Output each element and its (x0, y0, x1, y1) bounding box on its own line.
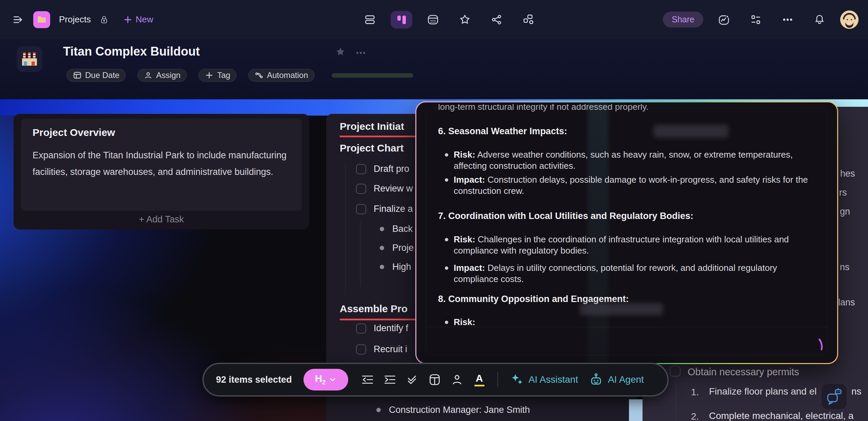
automation-label: Automation (267, 71, 308, 80)
impact-bullet: Impact: Construction delays, possible da… (454, 174, 820, 197)
text-color-button[interactable]: A (472, 372, 487, 387)
user-avatar[interactable] (840, 11, 859, 29)
toolbar-divider (497, 372, 498, 387)
bullet-icon (380, 227, 384, 231)
overview-description[interactable]: Expansion of the Titan Industrial Park t… (33, 147, 290, 180)
ai-response-body: long-term structural integrity if not ad… (416, 102, 837, 363)
modal-divider (427, 327, 828, 327)
top-bar: Projects New (0, 0, 868, 39)
activity-icon[interactable] (716, 12, 732, 27)
breadcrumb-projects[interactable]: Projects (59, 14, 91, 25)
list-item-label[interactable]: Back (392, 224, 413, 234)
org-chart-icon[interactable] (521, 12, 536, 27)
project-emoji-icon[interactable] (17, 46, 42, 72)
task-checkbox[interactable] (356, 184, 366, 194)
board-view-icon-active[interactable] (391, 11, 412, 28)
list-item-label[interactable]: Construction Manager: Jane Smith (389, 405, 530, 415)
ai-agent-button[interactable]: AI Agent (589, 373, 644, 387)
assignee-button[interactable] (449, 372, 465, 387)
assign-label: Assign (156, 71, 180, 80)
clipped-text-fragment: lans (838, 297, 855, 308)
overview-card: Project Overview Expansion of the Titan … (14, 114, 309, 229)
doc-section-heading[interactable]: Project Initiat (340, 121, 404, 132)
project-folder-icon[interactable] (33, 11, 50, 28)
favorite-star-icon[interactable] (335, 46, 346, 57)
impact-bullet: Impact: Delays in utility connections, p… (454, 262, 820, 285)
selection-toolbar: 92 items selected H2 A AI Assistant (202, 363, 669, 397)
share-button[interactable]: Share (663, 12, 703, 27)
sidebar-toggle-icon[interactable] (12, 14, 24, 26)
task-row: Review w (356, 183, 413, 194)
automation-button[interactable]: Automation (248, 69, 314, 82)
table-button[interactable] (427, 372, 442, 387)
task-checkbox[interactable] (670, 366, 680, 377)
list-view-icon[interactable] (362, 12, 378, 27)
heading-style-dropdown[interactable]: H2 (303, 369, 348, 390)
bullet-icon (445, 153, 448, 157)
tag-label: Tag (217, 71, 230, 80)
task-checkbox[interactable] (356, 164, 366, 174)
ordered-item-label[interactable]: Complete mechanical, electrical, a (709, 410, 853, 421)
more-options-icon[interactable] (780, 12, 795, 27)
list-item: Proje (380, 243, 414, 253)
task-checkbox[interactable] (356, 204, 366, 214)
task-checkbox[interactable] (356, 323, 366, 334)
indent-button[interactable] (382, 372, 398, 387)
notifications-bell-icon[interactable] (812, 12, 827, 27)
clipped-paragraph: long-term structural integrity if not ad… (438, 104, 777, 113)
task-label[interactable]: Obtain necessary permits (688, 366, 799, 378)
tag-button[interactable]: Tag (198, 69, 237, 82)
risk-bullet: Risk: Adverse weather conditions, such a… (454, 149, 820, 172)
task-label[interactable]: Recruit i (374, 344, 407, 355)
selection-count: 92 items selected (216, 375, 292, 385)
clipped-text-fragment: rs (839, 187, 847, 198)
task-label[interactable]: Finalize a (374, 204, 413, 214)
bullet-icon (445, 178, 448, 182)
task-label[interactable]: Identify f (374, 323, 408, 334)
sparkles-icon (510, 373, 524, 386)
ai-assistant-label: AI Assistant (529, 374, 578, 385)
clipped-text-fragment: hes (840, 168, 855, 179)
bullet-icon (380, 246, 384, 250)
add-task-button[interactable]: + Add Task (14, 214, 309, 225)
heading-style-label: H2 (315, 373, 326, 386)
favorite-view-icon[interactable] (457, 12, 473, 27)
page-title[interactable]: Titan Complex Buildout (63, 44, 200, 59)
ordered-item-label[interactable]: Finalize floor plans and el (709, 386, 817, 397)
task-label[interactable]: Review w (374, 183, 413, 194)
outdent-button[interactable] (360, 372, 375, 387)
risk-section-heading: 6. Seasonal Weather Impacts: (438, 126, 567, 137)
clipped-text-fragment: ns (851, 386, 862, 397)
bullet-icon (380, 265, 384, 269)
task-row: Recruit i (356, 344, 407, 355)
table-view-icon[interactable] (425, 12, 441, 27)
ordered-item-number: 2. (691, 411, 699, 421)
bullet-icon (445, 266, 448, 270)
indent-guide (676, 382, 676, 421)
title-more-icon[interactable] (355, 50, 366, 56)
settings-sliders-icon[interactable] (748, 12, 764, 27)
task-label[interactable]: Draft pro (374, 164, 409, 174)
double-check-button[interactable] (405, 372, 420, 387)
task-row: Finalize a (356, 204, 413, 214)
new-button[interactable]: New (123, 14, 153, 25)
doc-subsection-heading[interactable]: Project Chart (340, 142, 403, 154)
due-date-button[interactable]: Due Date (66, 69, 126, 82)
ai-assistant-button[interactable]: AI Assistant (510, 373, 578, 386)
ai-chat-fab[interactable] (822, 384, 847, 409)
ordered-item-number: 1. (691, 387, 699, 398)
scrollbar-thumb[interactable] (629, 399, 643, 421)
risk-section-heading: 7. Coordination with Local Utilities and… (438, 211, 693, 221)
robot-icon (589, 373, 603, 387)
doc-section-heading[interactable]: Assemble Pro (340, 303, 408, 315)
assign-button[interactable]: Assign (137, 69, 187, 82)
clipped-text-fragment: gn (840, 206, 850, 217)
chevron-down-icon (329, 376, 336, 383)
list-item-label[interactable]: Proje (392, 243, 414, 253)
list-item-label[interactable]: High (392, 262, 411, 272)
blurred-redaction (580, 303, 663, 315)
task-checkbox[interactable] (356, 344, 366, 355)
page-header: Titan Complex Buildout Due Date Assign T… (0, 39, 868, 99)
clipped-text-fragment: ns (840, 262, 850, 273)
share-nodes-icon[interactable] (489, 12, 505, 27)
